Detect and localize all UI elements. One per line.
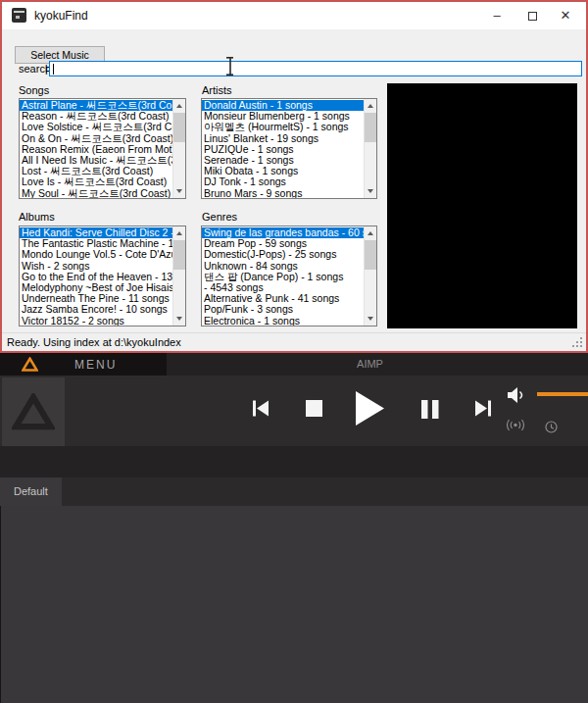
list-item[interactable]: Lost - 써드코스트(3rd Coast)	[20, 166, 172, 176]
scroll-down-icon[interactable]	[365, 185, 376, 198]
pause-button[interactable]	[421, 400, 439, 419]
volume-icon[interactable]	[508, 387, 525, 403]
list-item[interactable]: Hed Kandi: Serve Chilled Disc 2 - 14 son…	[20, 227, 172, 238]
list-item[interactable]: Miki Obata - 1 songs	[202, 166, 364, 176]
list-item[interactable]: Unknown - 84 songs	[202, 261, 364, 272]
volume-slider[interactable]	[537, 392, 588, 396]
albums-list[interactable]: Hed Kandi: Serve Chilled Disc 2 - 14 son…	[19, 226, 186, 326]
list-item[interactable]: Jazz Samba Encore! - 10 songs	[20, 304, 172, 315]
albums-label: Albums	[19, 211, 55, 223]
minimize-button[interactable]: –	[482, 2, 512, 29]
list-item[interactable]: Serenade - 1 songs	[202, 155, 364, 166]
statusbar: Ready. Using index at d:\kyokuIndex	[2, 332, 586, 351]
list-item[interactable]: Linus' Blanket - 19 songs	[202, 133, 364, 144]
scrollbar-thumb[interactable]	[173, 240, 185, 270]
stop-button[interactable]	[306, 400, 322, 417]
artists-label: Artists	[202, 84, 232, 96]
scroll-up-icon[interactable]	[173, 99, 185, 112]
songs-list[interactable]: Astral Plane - 써드코스트(3rd Coast)Reason - …	[19, 98, 186, 199]
aimp-logo-icon	[22, 357, 38, 372]
list-item[interactable]: Monsieur Blumenberg - 1 songs	[202, 111, 364, 122]
scroll-down-icon[interactable]	[173, 185, 185, 198]
window-title: kyokuFind	[34, 9, 88, 23]
playlist-tab-bar: Default	[0, 477, 588, 506]
list-item[interactable]: Underneath The Pine - 11 songs	[20, 293, 172, 304]
scrollbar-thumb[interactable]	[365, 113, 376, 142]
scrollbar-thumb[interactable]	[365, 240, 376, 270]
aimp-player: MENU AIMP	[0, 353, 588, 703]
list-item[interactable]: PUZIQUe - 1 songs	[202, 144, 364, 155]
albums-scrollbar[interactable]	[172, 226, 185, 326]
songs-label: Songs	[19, 84, 49, 96]
scheduler-clock-icon[interactable]	[545, 421, 558, 433]
list-item[interactable]: Love Solstice - 써드코스트(3rd Coast)	[20, 122, 172, 132]
aimp-logo-watermark-icon	[12, 393, 55, 430]
playlist-tab-default[interactable]: Default	[0, 477, 62, 506]
list-item[interactable]: Victor 18152 - 2 songs	[20, 316, 172, 326]
list-item[interactable]: Alternative & Punk - 41 songs	[202, 293, 364, 304]
genres-list[interactable]: Swing de las grandes bandas - 60 songsDr…	[201, 226, 377, 326]
scroll-up-icon[interactable]	[173, 226, 185, 239]
album-art-placeholder	[2, 377, 65, 446]
genres-scrollbar[interactable]	[364, 226, 376, 326]
resize-grip[interactable]	[580, 345, 582, 347]
play-button[interactable]	[356, 391, 385, 426]
list-item[interactable]: Electronica - 1 songs	[202, 316, 364, 326]
menu-label: MENU	[74, 358, 117, 372]
songs-scrollbar[interactable]	[172, 99, 185, 198]
list-item[interactable]: Melodyphony ~Best of Joe Hisaishi~ - 9 s…	[20, 282, 172, 293]
maximize-button[interactable]	[517, 2, 547, 29]
list-item[interactable]: Domestic(J-Pops) - 25 songs	[202, 249, 364, 260]
list-item[interactable]: All I Need Is Music - 써드코스트(3rd Coast)	[20, 155, 172, 166]
titlebar[interactable]: kyokuFind – ✕	[2, 2, 586, 29]
list-item[interactable]: Go to the End of the Heaven - 13 songs	[20, 272, 172, 282]
previous-button[interactable]	[253, 400, 270, 417]
ibeam-cursor	[225, 57, 235, 75]
artists-list[interactable]: Donald Austin - 1 songsMonsieur Blumenbe…	[201, 98, 377, 199]
menu-button[interactable]: MENU	[0, 353, 167, 376]
playlist-body[interactable]	[0, 506, 588, 703]
list-item[interactable]: DJ Tonk - 1 songs	[202, 176, 364, 187]
artists-scrollbar[interactable]	[364, 99, 376, 198]
scroll-up-icon[interactable]	[365, 226, 376, 239]
genres-label: Genres	[202, 211, 237, 223]
list-item[interactable]: Love Is - 써드코스트(3rd Coast)	[20, 176, 172, 187]
list-item[interactable]: 댄스 팝 (Dance Pop) - 1 songs	[202, 272, 364, 282]
maximize-icon	[528, 12, 537, 21]
aimp-titlebar: MENU AIMP	[0, 353, 588, 376]
scroll-down-icon[interactable]	[365, 313, 376, 326]
list-item[interactable]: - 4543 songs	[202, 282, 364, 293]
close-icon: ✕	[561, 8, 571, 23]
scroll-up-icon[interactable]	[365, 99, 376, 112]
list-item[interactable]: Donald Austin - 1 songs	[202, 100, 364, 111]
list-item[interactable]: Reason - 써드코스트(3rd Coast)	[20, 111, 172, 122]
list-item[interactable]: On & On - 써드코스트(3rd Coast)	[20, 133, 172, 144]
app-icon	[12, 8, 26, 23]
close-button[interactable]: ✕	[551, 2, 580, 29]
list-item[interactable]: Dream Pop - 59 songs	[202, 238, 364, 249]
playlist-tab-label: Default	[14, 485, 48, 497]
list-item[interactable]: Mondo Lounge Vol.5 - Cote D'Azur Sunda	[20, 249, 172, 260]
kyokufind-window: kyokuFind – ✕ Select Music Folder search…	[0, 0, 588, 353]
list-item[interactable]: Reason Remix (Eaeon From Mot) - 써드코스트(3r…	[20, 144, 172, 155]
list-item[interactable]: Swing de las grandes bandas - 60 songs	[202, 227, 364, 238]
scroll-down-icon[interactable]	[173, 313, 185, 326]
list-item[interactable]: Pop/Funk - 3 songs	[202, 304, 364, 315]
list-item[interactable]: Bruno Mars - 9 songs	[202, 188, 364, 199]
aimp-title: AIMP	[333, 358, 407, 370]
text-caret	[53, 64, 54, 75]
list-item[interactable]: The Fantastic Plastic Machine - 12 songs	[20, 238, 172, 249]
list-item[interactable]: My Soul - 써드코스트(3rd Coast)	[20, 188, 172, 199]
player-lower-strip	[0, 446, 588, 477]
search-label: search	[19, 63, 51, 75]
album-art-preview	[387, 83, 577, 328]
scrollbar-thumb[interactable]	[173, 113, 185, 142]
next-button[interactable]	[474, 400, 491, 417]
broadcast-icon[interactable]	[507, 419, 524, 431]
minimize-icon: –	[493, 8, 500, 23]
status-text: Ready. Using index at d:\kyokuIndex	[7, 336, 181, 348]
search-input[interactable]	[49, 61, 582, 76]
list-item[interactable]: Astral Plane - 써드코스트(3rd Coast)	[20, 100, 172, 111]
list-item[interactable]: Wish - 2 songs	[20, 261, 172, 272]
list-item[interactable]: 아워멜츠 (HourmeltS) - 1 songs	[202, 122, 364, 132]
